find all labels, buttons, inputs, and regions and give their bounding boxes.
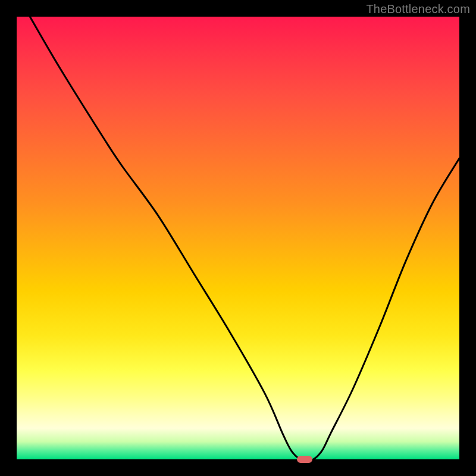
bottleneck-curve xyxy=(30,17,459,459)
chart-frame: TheBottleneck.com xyxy=(0,0,476,476)
curve-layer xyxy=(17,17,459,459)
watermark-text: TheBottleneck.com xyxy=(366,2,470,16)
optimal-marker xyxy=(297,456,312,463)
plot-area xyxy=(17,17,459,459)
